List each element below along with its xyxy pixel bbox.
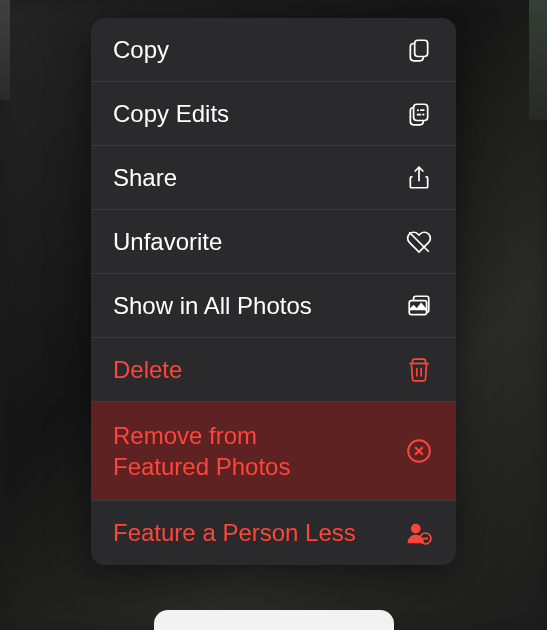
photo-stack-icon bbox=[404, 291, 434, 321]
person-minus-icon bbox=[404, 518, 434, 548]
edge-right bbox=[529, 0, 547, 120]
menu-item-label: Unfavorite bbox=[113, 226, 222, 257]
menu-item-feature-person-less[interactable]: Feature a Person Less bbox=[91, 501, 456, 565]
share-icon bbox=[404, 163, 434, 193]
menu-item-delete[interactable]: Delete bbox=[91, 338, 456, 402]
menu-item-remove-featured[interactable]: Remove fromFeatured Photos bbox=[91, 402, 456, 501]
menu-item-label: Remove fromFeatured Photos bbox=[113, 420, 290, 482]
circle-x-icon bbox=[404, 436, 434, 466]
menu-item-share[interactable]: Share bbox=[91, 146, 456, 210]
svg-rect-0 bbox=[415, 40, 428, 56]
menu-item-label: Copy Edits bbox=[113, 98, 229, 129]
copy-icon bbox=[404, 35, 434, 65]
heart-slash-icon bbox=[404, 227, 434, 257]
menu-item-copy[interactable]: Copy bbox=[91, 18, 456, 82]
trash-icon bbox=[404, 355, 434, 385]
photo-context-menu: Copy Copy Edits Share bbox=[91, 18, 456, 565]
menu-item-unfavorite[interactable]: Unfavorite bbox=[91, 210, 456, 274]
menu-item-label: Feature a Person Less bbox=[113, 517, 356, 548]
menu-item-label: Show in All Photos bbox=[113, 290, 312, 321]
svg-point-2 bbox=[417, 109, 419, 111]
svg-point-4 bbox=[422, 113, 424, 115]
menu-item-label: Delete bbox=[113, 354, 182, 385]
svg-point-13 bbox=[411, 524, 420, 533]
menu-item-label: Copy bbox=[113, 34, 169, 65]
copy-edits-icon bbox=[404, 99, 434, 129]
bottom-sheet-peek bbox=[154, 610, 394, 630]
svg-rect-1 bbox=[414, 104, 428, 120]
menu-item-label: Share bbox=[113, 162, 177, 193]
menu-item-copy-edits[interactable]: Copy Edits bbox=[91, 82, 456, 146]
menu-item-show-all-photos[interactable]: Show in All Photos bbox=[91, 274, 456, 338]
edge-left bbox=[0, 0, 10, 100]
